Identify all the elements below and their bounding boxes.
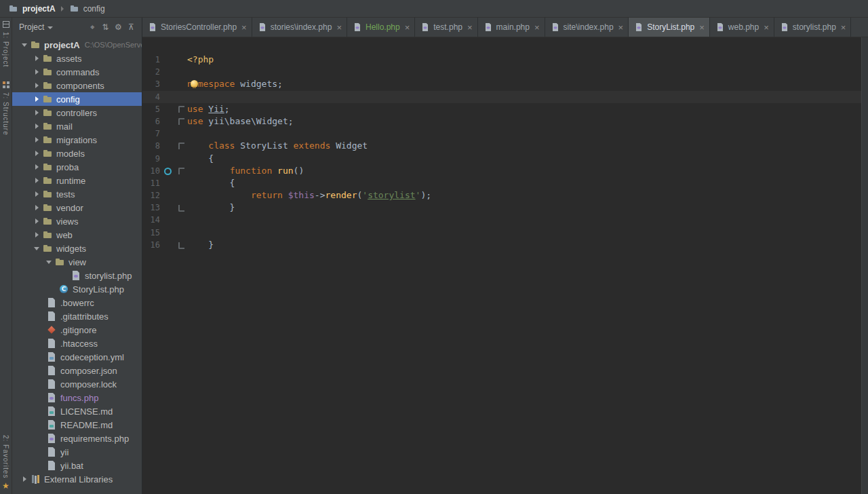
tab-web-php[interactable]: web.php×	[710, 18, 774, 37]
tree-item-assets[interactable]: assets	[12, 52, 142, 65]
tree-item-vendor[interactable]: vendor	[12, 201, 142, 214]
tree-item-bowerrc[interactable]: .bowerrc	[12, 296, 142, 309]
code-text[interactable]: }	[186, 202, 235, 214]
close-icon[interactable]: ×	[699, 23, 705, 32]
tree-item-storylist-php[interactable]: storylist.php	[12, 269, 142, 282]
editor[interactable]: 1<?php23namespace widgets;45use Yii;6use…	[142, 37, 868, 494]
panel-title[interactable]: Project	[19, 22, 44, 32]
close-icon[interactable]: ×	[764, 23, 769, 32]
tree-item-runtime[interactable]: runtime	[12, 174, 142, 187]
code-text[interactable]: function run()	[186, 165, 304, 177]
tree-item-external-libraries[interactable]: External Libraries	[12, 472, 142, 486]
code-text[interactable]: return $this->render('storylist');	[186, 189, 431, 202]
tree-item-license-md[interactable]: LICENSE.md	[12, 404, 142, 418]
tool-button-1-project[interactable]: 1: Project	[2, 20, 10, 67]
chevron-right-icon[interactable]	[31, 218, 42, 224]
code-text[interactable]	[186, 66, 187, 78]
code-text[interactable]	[186, 91, 187, 103]
code-text[interactable]: {	[186, 177, 235, 189]
chevron-right-icon[interactable]	[31, 164, 42, 170]
tree-item-config[interactable]: config	[12, 92, 142, 106]
chevron-right-icon[interactable]	[31, 151, 42, 156]
override-gutter-icon[interactable]	[160, 165, 175, 177]
tree-item-commands[interactable]: commands	[12, 65, 142, 79]
tree-item-composer-lock[interactable]: composer.lock	[12, 377, 142, 391]
close-icon[interactable]: ×	[336, 23, 342, 32]
tab-hello-php[interactable]: Hello.php×	[347, 18, 415, 37]
code-text[interactable]	[186, 214, 187, 226]
tree-item-migrations[interactable]: migrations	[12, 133, 142, 147]
chevron-right-icon[interactable]	[31, 56, 42, 61]
tree-item-gitignore[interactable]: .gitignore	[12, 323, 142, 337]
tree-item-htaccess[interactable]: .htaccess	[12, 337, 142, 350]
tool-button-7-structure[interactable]: 7: Structure	[2, 81, 10, 136]
close-icon[interactable]: ×	[405, 23, 410, 32]
tree-item-codeception-yml[interactable]: codeception.yml	[12, 350, 142, 364]
close-icon[interactable]: ×	[241, 23, 247, 32]
chevron-right-icon[interactable]	[31, 191, 42, 197]
chevron-down-icon[interactable]	[47, 26, 53, 29]
fold-marker-icon[interactable]	[175, 239, 186, 251]
tab-storiescontroller-php[interactable]: StoriesController.php×	[142, 18, 252, 37]
close-icon[interactable]: ×	[841, 23, 846, 32]
scroll-from-source-icon[interactable]: ⇅	[99, 22, 112, 32]
tab-test-php[interactable]: test.php×	[415, 18, 477, 37]
tab-storylist-php[interactable]: storylist.php×	[774, 18, 852, 37]
code-text[interactable]: class StoryList extends Widget	[186, 140, 368, 152]
tree-item-proba[interactable]: proba	[12, 160, 142, 174]
chevron-right-icon[interactable]	[31, 205, 42, 210]
fold-marker-icon[interactable]	[175, 103, 186, 115]
tab-site-index-php[interactable]: site\index.php×	[545, 18, 629, 37]
chevron-right-icon[interactable]	[31, 110, 42, 115]
tree-item-tests[interactable]: tests	[12, 187, 142, 201]
tab-stories-index-php[interactable]: stories\index.php×	[252, 18, 347, 37]
chevron-down-icon[interactable]	[19, 43, 30, 47]
close-icon[interactable]: ×	[618, 23, 624, 32]
tree-item-funcs-php[interactable]: funcs.php	[12, 391, 142, 404]
breadcrumb-item-projecta[interactable]: projectA	[5, 3, 58, 14]
fold-marker-icon[interactable]	[175, 165, 186, 177]
chevron-right-icon[interactable]	[31, 96, 42, 102]
tree-item-view[interactable]: view	[12, 255, 142, 269]
fold-marker-icon[interactable]	[175, 115, 186, 128]
chevron-right-icon[interactable]	[19, 476, 30, 482]
breadcrumb-item-config[interactable]: config	[66, 3, 108, 14]
tab-storylist-php[interactable]: StoryList.php×	[629, 18, 710, 37]
editor-scrollbar[interactable]	[861, 37, 868, 494]
chevron-right-icon[interactable]	[31, 69, 42, 75]
tab-main-php[interactable]: main.php×	[478, 18, 545, 37]
tree-item-views[interactable]: views	[12, 214, 142, 228]
close-icon[interactable]: ×	[534, 23, 540, 32]
chevron-right-icon[interactable]	[31, 232, 42, 238]
tree-item-gitattributes[interactable]: .gitattributes	[12, 309, 142, 323]
tree-item-models[interactable]: models	[12, 147, 142, 160]
tree-item-storylist-php[interactable]: StoryList.php	[12, 282, 142, 296]
tree-item-yii[interactable]: yii	[12, 445, 142, 459]
code-text[interactable]	[186, 128, 187, 140]
tree-item-web[interactable]: web	[12, 228, 142, 242]
tree-item-yii-bat[interactable]: yii.bat	[12, 459, 142, 472]
chevron-right-icon[interactable]	[31, 83, 42, 88]
tree-item-controllers[interactable]: controllers	[12, 106, 142, 119]
tree-item-projecta[interactable]: projectAC:\OS\OpenServe	[12, 38, 142, 52]
code-text[interactable]: namespace widgets;	[186, 78, 283, 90]
chevron-right-icon[interactable]	[31, 137, 42, 142]
tree-item-readme-md[interactable]: README.md	[12, 418, 142, 432]
locate-icon[interactable]: ⌖	[86, 22, 99, 32]
tool-button-2-favorites[interactable]: 2: Favorites★	[2, 435, 9, 490]
chevron-down-icon[interactable]	[43, 261, 54, 264]
tree-item-widgets[interactable]: widgets	[12, 242, 142, 255]
tree-item-mail[interactable]: mail	[12, 119, 142, 133]
close-icon[interactable]: ×	[467, 23, 473, 32]
code-text[interactable]: use yii\base\Widget;	[186, 115, 294, 128]
chevron-right-icon[interactable]	[31, 178, 42, 183]
chevron-down-icon[interactable]	[31, 247, 42, 250]
code-text[interactable]: {	[186, 153, 214, 165]
settings-gear-icon[interactable]: ⚙	[112, 22, 125, 32]
fold-marker-icon[interactable]	[175, 202, 186, 214]
tree-item-components[interactable]: components	[12, 79, 142, 92]
fold-marker-icon[interactable]	[175, 140, 186, 152]
collapse-all-icon[interactable]: ⊼	[125, 22, 138, 32]
code-text[interactable]: <?php	[186, 54, 214, 66]
code-text[interactable]	[186, 227, 187, 239]
